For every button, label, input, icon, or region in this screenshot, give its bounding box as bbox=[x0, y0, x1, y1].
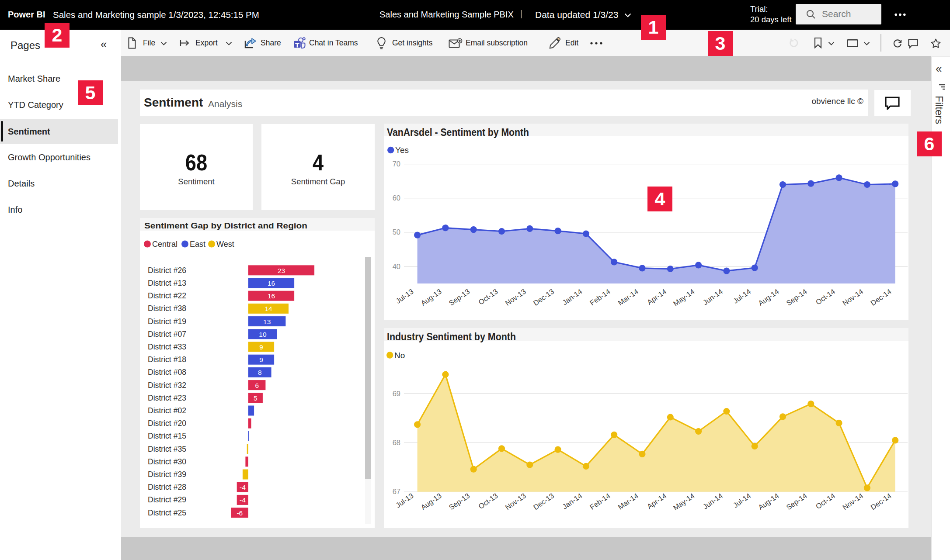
svg-text:Sep-13: Sep-13 bbox=[448, 287, 471, 307]
svg-text:Dec-13: Dec-13 bbox=[532, 491, 555, 511]
svg-text:6: 6 bbox=[255, 382, 259, 389]
svg-text:District #19: District #19 bbox=[148, 317, 186, 326]
svg-text:16: 16 bbox=[268, 292, 275, 300]
svg-text:14: 14 bbox=[264, 305, 272, 312]
svg-text:Nov-13: Nov-13 bbox=[504, 287, 527, 307]
svg-text:Oct-13: Oct-13 bbox=[477, 491, 499, 510]
svg-text:Sep-14: Sep-14 bbox=[785, 287, 808, 307]
svg-text:District #22: District #22 bbox=[148, 291, 186, 300]
svg-text:Sep-14: Sep-14 bbox=[785, 491, 808, 511]
svg-text:May-14: May-14 bbox=[672, 491, 696, 512]
svg-text:Dec-14: Dec-14 bbox=[869, 287, 893, 307]
svg-text:District #30: District #30 bbox=[148, 457, 186, 466]
svg-text:10: 10 bbox=[259, 331, 267, 338]
svg-text:Oct-13: Oct-13 bbox=[477, 287, 499, 306]
svg-text:Oct-14: Oct-14 bbox=[814, 491, 836, 510]
svg-text:District #28: District #28 bbox=[148, 483, 186, 491]
svg-text:Jul-13: Jul-13 bbox=[394, 287, 415, 305]
svg-text:13: 13 bbox=[263, 318, 271, 325]
svg-text:District #18: District #18 bbox=[148, 355, 186, 364]
svg-text:Mar-14: Mar-14 bbox=[616, 287, 640, 307]
svg-text:9: 9 bbox=[259, 343, 263, 351]
svg-text:Jul-14: Jul-14 bbox=[731, 287, 752, 305]
svg-text:District #23: District #23 bbox=[148, 394, 186, 402]
svg-text:67: 67 bbox=[393, 487, 400, 495]
svg-text:No: No bbox=[394, 351, 405, 360]
svg-text:Feb-14: Feb-14 bbox=[588, 491, 612, 511]
svg-text:District #26: District #26 bbox=[148, 266, 186, 275]
svg-text:9: 9 bbox=[259, 356, 263, 363]
svg-text:May-14: May-14 bbox=[672, 287, 696, 308]
svg-text:District #02: District #02 bbox=[148, 406, 186, 415]
svg-text:East: East bbox=[190, 240, 205, 249]
svg-text:Apr-14: Apr-14 bbox=[646, 491, 668, 510]
svg-text:68: 68 bbox=[393, 439, 400, 446]
svg-text:Nov-13: Nov-13 bbox=[504, 491, 527, 511]
svg-text:District #29: District #29 bbox=[148, 495, 186, 504]
svg-text:Dec-13: Dec-13 bbox=[532, 287, 555, 307]
svg-text:VanArsdel - Sentiment by Month: VanArsdel - Sentiment by Month bbox=[387, 127, 529, 138]
svg-text:Apr-14: Apr-14 bbox=[646, 287, 668, 306]
svg-text:40: 40 bbox=[393, 263, 400, 270]
svg-text:District #38: District #38 bbox=[148, 304, 186, 313]
svg-text:Aug-14: Aug-14 bbox=[757, 491, 780, 511]
svg-text:District #33: District #33 bbox=[148, 342, 186, 351]
svg-text:District #15: District #15 bbox=[148, 432, 186, 440]
svg-text:District #39: District #39 bbox=[148, 470, 186, 479]
svg-text:Jan-14: Jan-14 bbox=[561, 491, 584, 511]
svg-text:Dec-14: Dec-14 bbox=[869, 491, 893, 511]
svg-text:-4: -4 bbox=[240, 496, 246, 504]
svg-text:50: 50 bbox=[393, 228, 400, 236]
svg-text:Feb-14: Feb-14 bbox=[588, 287, 612, 307]
svg-text:District #35: District #35 bbox=[148, 445, 186, 453]
svg-text:District #32: District #32 bbox=[148, 381, 186, 390]
svg-text:-6: -6 bbox=[237, 509, 243, 517]
svg-text:70: 70 bbox=[393, 160, 400, 168]
svg-text:Nov-14: Nov-14 bbox=[841, 491, 865, 511]
svg-text:60: 60 bbox=[393, 194, 400, 202]
svg-text:69: 69 bbox=[393, 390, 400, 398]
svg-text:8: 8 bbox=[258, 369, 262, 376]
svg-text:District #13: District #13 bbox=[148, 279, 186, 287]
svg-text:Industry Sentiment by Month: Industry Sentiment by Month bbox=[387, 331, 516, 342]
svg-text:Central: Central bbox=[152, 240, 177, 249]
svg-text:Mar-14: Mar-14 bbox=[616, 491, 640, 511]
svg-text:Aug-14: Aug-14 bbox=[757, 287, 780, 307]
svg-text:District #25: District #25 bbox=[148, 508, 186, 517]
svg-text:5: 5 bbox=[254, 394, 258, 402]
svg-text:Jan-14: Jan-14 bbox=[561, 287, 584, 307]
svg-text:Aug-13: Aug-13 bbox=[419, 491, 443, 511]
svg-text:Sentiment Gap by District and: Sentiment Gap by District and Region bbox=[144, 221, 307, 230]
svg-text:-4: -4 bbox=[240, 484, 246, 491]
svg-text:District #08: District #08 bbox=[148, 368, 186, 377]
svg-text:West: West bbox=[216, 240, 234, 249]
svg-text:Sep-13: Sep-13 bbox=[448, 491, 471, 511]
svg-text:Jun-14: Jun-14 bbox=[701, 287, 724, 307]
svg-text:District #07: District #07 bbox=[148, 330, 186, 339]
svg-text:Yes: Yes bbox=[395, 145, 409, 155]
svg-text:16: 16 bbox=[268, 280, 275, 287]
svg-text:Jun-14: Jun-14 bbox=[701, 491, 724, 511]
svg-text:Jul-14: Jul-14 bbox=[731, 491, 752, 509]
svg-text:Nov-14: Nov-14 bbox=[841, 287, 865, 307]
svg-text:23: 23 bbox=[278, 267, 285, 274]
svg-text:District #20: District #20 bbox=[148, 419, 186, 428]
svg-text:Oct-14: Oct-14 bbox=[814, 287, 836, 306]
svg-text:Aug-13: Aug-13 bbox=[419, 287, 443, 307]
